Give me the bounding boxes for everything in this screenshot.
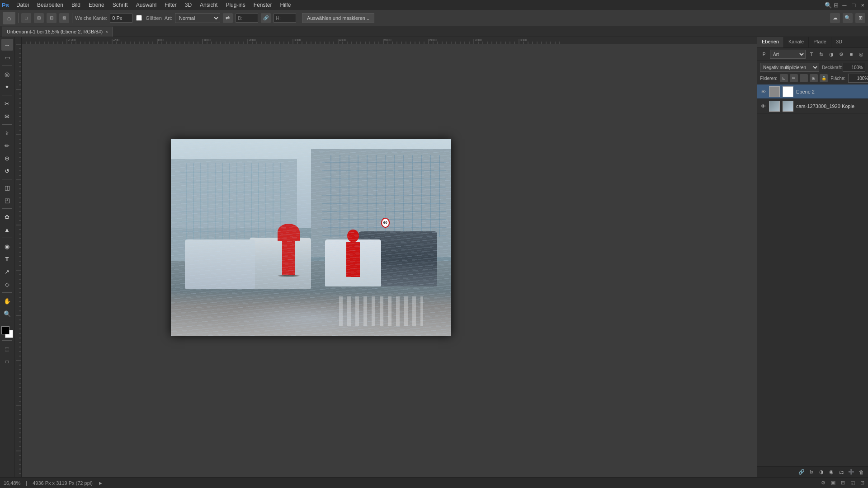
zoom-tool-btn[interactable]: 🔍 <box>1 308 13 319</box>
layer-fx-icon[interactable]: fx <box>807 468 816 476</box>
path-selection-btn[interactable]: ↗ <box>1 266 13 277</box>
select-mask-button[interactable]: Auswählen und maskieren... <box>302 13 374 23</box>
art-select[interactable]: Normal Fixiert Von Mitte Proportional <box>175 13 220 23</box>
history-brush-btn[interactable]: ↺ <box>1 165 13 177</box>
layer-adjustment-icon[interactable]: ◉ <box>827 468 835 476</box>
filter-toggle[interactable]: ◎ <box>857 50 865 58</box>
layer-type-filter[interactable]: Art <box>770 50 806 59</box>
layer-item-cars[interactable]: 👁 cars-1273808_1920 Kopie <box>757 99 868 113</box>
magic-wand-btn[interactable]: ✦ <box>1 81 13 93</box>
clone-stamp-btn[interactable]: ⊕ <box>1 152 13 164</box>
brush-tool-btn[interactable]: ✏ <box>1 140 13 151</box>
gradient-tool-btn[interactable]: ◰ <box>1 194 13 206</box>
menu-bild[interactable]: Bild <box>68 1 84 9</box>
layer-visibility-cars[interactable]: 👁 <box>760 103 766 109</box>
type-tool-btn[interactable]: T <box>1 253 13 265</box>
minimize-button[interactable]: ─ <box>840 2 848 9</box>
pen-tool-btn[interactable]: ◉ <box>1 240 13 252</box>
menu-ebene[interactable]: Ebene <box>85 1 108 9</box>
fill-input[interactable] <box>848 74 868 83</box>
search-icon-global[interactable]: 🔍 <box>825 2 832 9</box>
healing-tool-btn[interactable]: ⚕ <box>1 127 13 139</box>
crop-tool-btn[interactable]: ✂ <box>1 98 13 109</box>
move-tool-btn[interactable]: ↔ <box>1 39 13 51</box>
menu-fenster[interactable]: Fenster <box>250 1 276 9</box>
blend-mode-select[interactable]: Normal Negativ multiplizieren Auflösen M… <box>760 63 819 72</box>
menu-filter[interactable]: Filter <box>161 1 180 9</box>
filter-effect-icon[interactable]: fx <box>817 50 826 58</box>
tab-3d[interactable]: 3D <box>831 37 847 47</box>
color-picker[interactable] <box>1 326 13 338</box>
add-selection-btn[interactable]: ⊞ <box>34 13 44 23</box>
workspace-icon[interactable]: ⊞ <box>834 2 839 9</box>
lock-artboard-btn[interactable]: ⊞ <box>810 74 818 82</box>
tab-close-icon[interactable]: × <box>105 29 108 34</box>
filter-mask-icon[interactable]: ◑ <box>827 50 835 58</box>
quick-mask-btn[interactable]: ⬚ <box>1 343 13 355</box>
status-icon-5[interactable]: ⊡ <box>860 480 864 486</box>
status-icon-2[interactable]: ▣ <box>831 480 835 486</box>
menu-bearbeiten[interactable]: Bearbeiten <box>33 1 67 9</box>
eyedropper-tool-btn[interactable]: ✉ <box>1 110 13 122</box>
glatten-checkbox[interactable] <box>136 15 142 21</box>
selection-tool-btn[interactable]: ▭ <box>1 52 13 63</box>
menu-schrift[interactable]: Schrift <box>109 1 132 9</box>
status-icon-4[interactable]: ◱ <box>850 480 855 486</box>
document-tab[interactable]: Unbenannt-1 bei 16,5% (Ebene 2, RGB/8#) … <box>2 27 113 37</box>
filter-type-icon[interactable]: P <box>760 50 768 58</box>
search-icon-toolbar[interactable]: 🔍 <box>843 13 853 23</box>
filter-color-icon[interactable]: ■ <box>847 50 855 58</box>
dodge-tool-btn[interactable]: ▲ <box>1 224 13 235</box>
new-selection-btn[interactable]: □ <box>21 13 31 23</box>
status-icon-3[interactable]: ⊞ <box>841 480 845 486</box>
lock-all-btn[interactable]: 🔒 <box>820 74 828 82</box>
status-icon-1[interactable]: ⚙ <box>821 480 826 486</box>
lock-transparent-btn[interactable]: ⊡ <box>780 74 788 82</box>
menu-3d[interactable]: 3D <box>181 1 195 9</box>
eraser-tool-btn[interactable]: ◫ <box>1 182 13 193</box>
close-button[interactable]: × <box>859 2 866 9</box>
hand-tool-btn[interactable]: ✋ <box>1 295 13 307</box>
height-input[interactable] <box>274 14 296 23</box>
subtract-selection-btn[interactable]: ⊟ <box>47 13 57 23</box>
home-button[interactable]: ⌂ <box>3 12 15 24</box>
canvas-content[interactable]: 60 <box>22 44 757 477</box>
canvas-area[interactable]: -1200-2008001800280038004800580068007800… <box>14 37 757 477</box>
shape-tool-btn[interactable]: ◇ <box>1 278 13 290</box>
foreground-color-box[interactable] <box>1 326 9 334</box>
link-dimensions-btn[interactable]: 🔗 <box>261 13 271 23</box>
intersect-selection-btn[interactable]: ⊠ <box>59 13 69 23</box>
layer-link-icon[interactable]: 🔗 <box>797 468 806 476</box>
menu-plugins[interactable]: Plug-ins <box>222 1 249 9</box>
width-input[interactable] <box>236 14 258 23</box>
lock-paint-btn[interactable]: ✏ <box>790 74 798 82</box>
blur-tool-btn[interactable]: ✿ <box>1 211 13 223</box>
layer-new-icon[interactable]: ➕ <box>847 468 855 476</box>
menu-ansicht[interactable]: Ansicht <box>196 1 221 9</box>
filter-smart-icon[interactable]: ⚙ <box>837 50 845 58</box>
tab-pfade[interactable]: Pfade <box>809 37 831 47</box>
layer-delete-icon[interactable]: 🗑 <box>857 468 865 476</box>
maximize-button[interactable]: □ <box>850 2 858 9</box>
status-arrow[interactable]: ► <box>98 480 103 486</box>
cloud-icon[interactable]: ☁ <box>830 13 840 23</box>
layer-visibility-ebene2[interactable]: 👁 <box>760 89 766 95</box>
lock-position-btn[interactable]: + <box>800 74 808 82</box>
lasso-tool-btn[interactable]: ◎ <box>1 68 13 80</box>
swap-dimensions-btn[interactable]: ⇌ <box>223 13 233 23</box>
tab-kanaele[interactable]: Kanäle <box>784 37 809 47</box>
tool-sep-2 <box>2 95 12 95</box>
layer-item-ebene2[interactable]: 👁 Ebene 2 <box>757 84 868 99</box>
menu-hilfe[interactable]: Hilfe <box>276 1 294 9</box>
layer-folder-icon[interactable]: 🗂 <box>837 468 845 476</box>
weiche-kante-input[interactable] <box>110 14 132 23</box>
menu-auswahl[interactable]: Auswahl <box>132 1 160 9</box>
filter-name-icon[interactable]: T <box>807 50 816 58</box>
screen-mode-btn[interactable]: □ <box>1 356 13 367</box>
layer-mask-icon[interactable]: ◑ <box>817 468 826 476</box>
arrange-icon[interactable]: ⊞ <box>855 13 865 23</box>
tab-ebenen[interactable]: Ebenen <box>757 37 784 47</box>
menu-datei[interactable]: Datei <box>13 1 33 9</box>
layer-filter-row: P Art T fx ◑ ⚙ ■ ◎ <box>757 48 868 61</box>
opacity-input[interactable] <box>843 63 865 72</box>
